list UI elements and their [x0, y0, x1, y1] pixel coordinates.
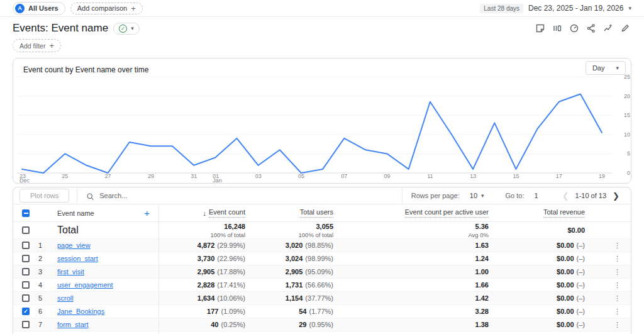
x-axis-tick: 27 [105, 173, 111, 179]
revenue-cell: $0.00(–) [489, 268, 585, 276]
event-name-link[interactable]: page_view [57, 242, 91, 249]
per-user-cell: 1.38 [333, 321, 489, 328]
revenue-cell: $0.00(–) [489, 242, 585, 249]
plot-rows-button[interactable]: Plot rows [19, 189, 69, 203]
event-name-link[interactable]: scroll [57, 294, 74, 302]
x-axis-tick: 19 [599, 173, 605, 179]
table-row: 2session_start3,730(22.96%)3,024(98.99%)… [13, 252, 631, 265]
event-name-link[interactable]: form_start [57, 321, 89, 328]
row-checkbox[interactable] [22, 268, 30, 276]
note-icon[interactable] [535, 23, 545, 33]
pagination-text: 1-10 of 13 [575, 192, 607, 199]
row-index: 6 [38, 308, 57, 315]
row-checkbox[interactable] [22, 294, 30, 302]
goto-input[interactable]: 1 [535, 192, 538, 199]
x-axis-tick: 17 [556, 173, 562, 179]
total-event-count-sub: 100% of total [211, 231, 245, 238]
row-menu-icon[interactable]: ⋮ [585, 281, 631, 289]
chevron-down-icon: ▾ [616, 65, 619, 71]
audience-avatar: A [15, 4, 25, 13]
x-axis-tick: 31 [191, 173, 197, 179]
search-box [77, 192, 401, 200]
report-status-badge[interactable]: ✓ ▾ [113, 23, 140, 35]
select-all-checkbox[interactable] [22, 209, 30, 217]
row-index: 1 [38, 242, 57, 249]
chevron-down-icon[interactable]: ▾ [481, 192, 484, 199]
gauge-icon[interactable] [569, 23, 579, 33]
columns-icon[interactable] [552, 23, 562, 33]
all-users-label: All Users [28, 4, 58, 12]
search-input[interactable] [99, 192, 225, 199]
row-menu-icon[interactable]: ⋮ [585, 308, 631, 316]
col-event-name[interactable]: Event name [57, 209, 94, 217]
prev-page-icon[interactable]: ❮ [560, 191, 572, 201]
per-user-cell: 1.42 [333, 294, 489, 302]
row-checkbox[interactable] [22, 242, 30, 249]
total-users-cell: 3,020(98.85%) [245, 242, 333, 249]
y-axis-tick: 5 [627, 150, 630, 157]
row-menu-icon[interactable]: ⋮ [585, 255, 631, 263]
revenue-cell: $0.00(–) [489, 294, 585, 302]
x-axis-tick: 09 [384, 173, 391, 179]
add-filter-button[interactable]: Add filter + [13, 39, 61, 52]
event-count-cell: 25(0.15%) [158, 331, 245, 334]
per-user-cell: 1.00 [333, 268, 489, 276]
plus-icon: + [49, 42, 54, 50]
x-axis-tick: 03 [255, 173, 262, 179]
row-index: 5 [38, 294, 57, 302]
share-icon[interactable] [586, 23, 596, 33]
row-menu-icon[interactable]: ⋮ [585, 268, 631, 276]
col-total-users[interactable]: Total users [300, 208, 333, 218]
chart-card: Event count by Event name over time Day … [13, 58, 631, 184]
total-revenue: $0.00 [567, 226, 585, 234]
total-label: Total [57, 225, 158, 236]
line-chart: 051015202523Dec2527293101Jan030507091113… [13, 58, 631, 183]
total-users-cell: 1,154(37.77%) [245, 294, 333, 302]
event-count-cell: 3,730(22.96%) [158, 252, 245, 265]
check-circle-icon: ✓ [119, 25, 127, 33]
row-menu-icon[interactable]: ⋮ [585, 294, 631, 303]
table-row: 8Click_Call25(0.15%)21(0.69%)1.19$0.00(–… [13, 331, 631, 334]
row-checkbox[interactable] [22, 321, 30, 328]
event-name-link[interactable]: first_visit [57, 268, 84, 276]
plus-icon: + [131, 4, 136, 13]
total-users-value: 3,055 [299, 223, 333, 230]
add-filter-label: Add filter [19, 42, 45, 50]
top-bar: A All Users Add comparison + Last 28 day… [0, 0, 644, 17]
total-users-cell: 29(0.95%) [245, 321, 333, 328]
rows-per-page-select[interactable]: 10 [470, 192, 477, 199]
edit-icon[interactable] [620, 23, 630, 33]
date-range-picker[interactable]: Dec 23, 2025 - Jan 19, 2026 [528, 4, 623, 13]
event-name-link[interactable]: session_start [57, 255, 98, 262]
row-checkbox[interactable] [22, 255, 30, 262]
goto-label: Go to: [506, 192, 525, 199]
x-axis-tick: 11 [427, 173, 433, 179]
chevron-down-icon[interactable]: ▾ [628, 5, 631, 11]
page-title: Events: Event name [13, 22, 108, 35]
event-count-cell: 2,905(17.88%) [158, 265, 245, 278]
row-checkbox[interactable] [22, 281, 30, 289]
table-row: 5scroll1,634(10.06%)1,154(37.77%)1.42$0.… [13, 291, 631, 304]
table-header-row: Event name + ↓ Event count Total users E… [13, 204, 631, 221]
row-checkbox[interactable]: ✓ [22, 308, 30, 315]
add-column-icon[interactable]: + [144, 208, 150, 218]
per-user-cell: 1.24 [333, 255, 489, 262]
total-users-sub: 100% of total [299, 231, 333, 238]
event-name-link[interactable]: user_engagement [57, 281, 113, 289]
all-users-chip[interactable]: A All Users [13, 2, 65, 15]
col-per-active-user[interactable]: Event count per active user [405, 208, 489, 218]
pagination-controls: Rows per page: 10 ▾ Go to: 1 ❮ 1-10 of 1… [402, 187, 631, 204]
col-total-revenue[interactable]: Total revenue [543, 208, 585, 218]
table-row: ✓6Jane_Bookings177(1.09%)54(1.77%)3.28$0… [13, 304, 631, 318]
col-event-count[interactable]: Event count [209, 208, 245, 218]
y-axis-tick: 10 [624, 131, 630, 138]
granularity-select[interactable]: Day ▾ [586, 61, 626, 75]
total-row-checkbox[interactable] [22, 226, 30, 234]
row-menu-icon[interactable]: ⋮ [585, 321, 631, 329]
add-comparison-button[interactable]: Add comparison + [70, 3, 143, 14]
sort-desc-icon: ↓ [203, 209, 206, 217]
insights-icon[interactable] [603, 23, 613, 33]
next-page-icon[interactable]: ❯ [610, 191, 622, 201]
row-menu-icon[interactable]: ⋮ [585, 242, 631, 250]
event-name-link[interactable]: Jane_Bookings [57, 308, 104, 315]
